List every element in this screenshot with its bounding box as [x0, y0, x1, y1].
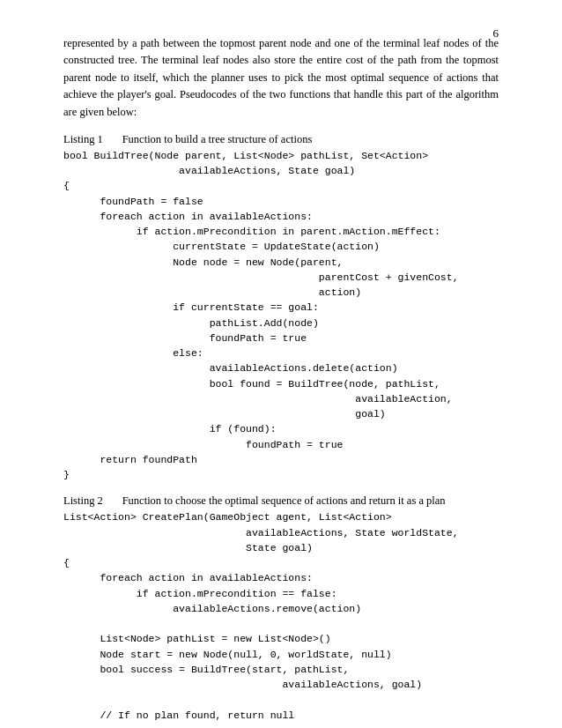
body-paragraph: represented by a path between the topmos… [63, 35, 499, 121]
listing1-label: Listing 1 Function to build a tree struc… [63, 133, 312, 146]
page: 6 represented by a path between the topm… [0, 0, 562, 728]
listing1-code: bool BuildTree(Node parent, List<Node> p… [63, 148, 499, 483]
listing1-header: Listing 1 Function to build a tree struc… [63, 133, 499, 146]
page-number: 6 [493, 26, 499, 41]
listing2-label: Listing 2 Function to choose the optimal… [63, 494, 446, 508]
listing2-header: Listing 2 Function to choose the optimal… [63, 494, 499, 508]
listing2-code: List<Action> CreatePlan(GameObject agent… [63, 509, 499, 723]
